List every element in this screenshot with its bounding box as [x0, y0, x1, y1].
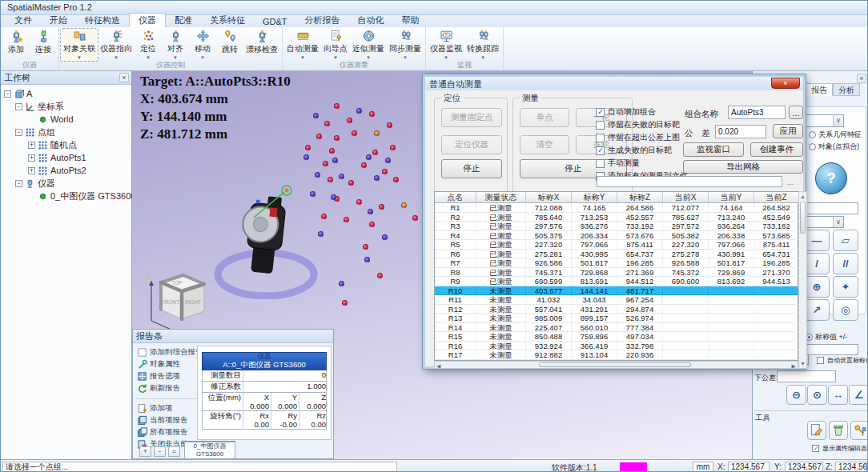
menu-tab[interactable]: 配准: [166, 14, 201, 27]
panel-tab[interactable]: 分析: [833, 83, 860, 96]
geometry-button[interactable]: //: [833, 253, 858, 274]
ribbon-button[interactable]: 对象关联▾: [61, 29, 98, 61]
geometry-button[interactable]: ▱: [833, 230, 858, 251]
ribbon-button[interactable]: 转换跟踪▾: [464, 29, 501, 61]
table-row[interactable]: R5已测量227.320797.066875.411227.320797.066…: [435, 240, 798, 250]
table-row[interactable]: R11未测量41.03234.043967.254: [435, 295, 798, 305]
dialog-checkbox[interactable]: 停留在超出公差上图: [596, 131, 688, 144]
cube-face-front[interactable]: FRONT: [162, 299, 179, 305]
report-tool-item[interactable]: 添加项: [135, 398, 196, 414]
report-mini-button[interactable]: -: [154, 446, 166, 457]
nominal-value-input[interactable]: [804, 344, 858, 355]
menu-tab[interactable]: 帮助: [393, 14, 428, 27]
radio-object-fit[interactable]: 对象(点拟合): [809, 142, 859, 152]
tool-button[interactable]: [807, 421, 826, 440]
table-row[interactable]: R9已测量690.599813.691944.512690.600813.692…: [435, 277, 798, 286]
browse-button[interactable]: ...: [789, 106, 803, 119]
cube-face-top[interactable]: TOP: [171, 280, 182, 286]
table-row[interactable]: R14未测量225.407560.010777.384: [435, 323, 798, 333]
close-icon[interactable]: ×: [119, 73, 129, 82]
tree-expander[interactable]: -: [15, 129, 22, 136]
export-grid-button[interactable]: 导出网格: [683, 160, 803, 174]
column-header[interactable]: 标称X: [526, 192, 572, 203]
table-row[interactable]: R12未测量557.041431.291294.874: [435, 305, 798, 314]
table-row[interactable]: R4已测量505.375206.334573.676505.382206.338…: [435, 231, 798, 241]
tree-item[interactable]: 0_中图仪器 GTS3600: [1, 190, 131, 202]
tolerance-input[interactable]: [715, 125, 766, 138]
tree-item[interactable]: +随机点: [1, 138, 131, 151]
geometry-button[interactable]: ✦: [833, 276, 858, 298]
report-tool-item[interactable]: 当前项报告: [135, 414, 196, 426]
column-header[interactable]: 标称Y: [572, 192, 617, 203]
tree-expander[interactable]: +: [28, 167, 35, 174]
table-row[interactable]: R8已测量745.371729.868271.369745.372729.869…: [435, 268, 798, 278]
panel-tab[interactable]: 报告: [806, 83, 833, 96]
horizontal-scrollbar[interactable]: ◀ ▶: [434, 361, 798, 369]
table-row[interactable]: R7已测量926.586501.817196.285926.588501.817…: [435, 258, 798, 268]
geometry-button[interactable]: —: [804, 230, 830, 251]
ribbon-button[interactable]: 同步测量▾: [387, 29, 424, 61]
report-tool-item[interactable]: 刷新报告: [135, 382, 196, 394]
measuring-button[interactable]: 清空: [520, 135, 569, 154]
report-tool-item[interactable]: 添加到综合报告: [135, 346, 196, 358]
column-header[interactable]: 当前Y: [709, 192, 754, 203]
ribbon-button[interactable]: 移动▾: [189, 29, 216, 61]
dialog-checkbox[interactable]: 自动增加组合: [596, 106, 688, 118]
table-row[interactable]: R16未测量932.924366.419332.798: [435, 342, 798, 351]
cube-face-right[interactable]: RIGHT: [185, 299, 201, 305]
report-instrument-tab[interactable]: 0_中图仪器GTS3600: [184, 441, 235, 459]
ribbon-button[interactable]: 自动测量▾: [284, 29, 321, 61]
dialog-checkbox[interactable]: 手动测量: [596, 157, 688, 170]
vertical-scrollbar[interactable]: ▲ ▼: [798, 191, 807, 369]
measure-type-button[interactable]: ↔: [828, 385, 848, 405]
dialog-close-button[interactable]: ×: [771, 78, 800, 89]
tree-expander[interactable]: +: [28, 154, 35, 162]
dialog-checkbox[interactable]: 生成失败的目标靶: [596, 144, 688, 157]
tree-item[interactable]: -坐标系: [1, 100, 131, 113]
menu-tab[interactable]: 仪器: [129, 13, 166, 27]
report-mini-button[interactable]: =: [168, 446, 180, 457]
menu-tab[interactable]: 开始: [41, 14, 76, 27]
file-path-input[interactable]: [597, 176, 782, 187]
column-header[interactable]: 标称Z: [617, 192, 663, 203]
column-header[interactable]: 测量状态: [476, 192, 526, 203]
monitor-window-button[interactable]: 监视窗口: [683, 142, 744, 157]
apply-button[interactable]: 应用: [773, 124, 803, 138]
ribbon-button[interactable]: 连接: [30, 29, 57, 61]
unit-cell[interactable]: mm: [693, 462, 713, 472]
menu-tab[interactable]: GD&T: [254, 16, 296, 27]
radio-relation-feature[interactable]: 关系几何特征: [809, 130, 862, 140]
file-browse-dots[interactable]: ...: [787, 177, 794, 186]
geometry-button[interactable]: ⊕: [804, 276, 830, 298]
tree-expander[interactable]: -: [4, 90, 11, 98]
tree-item[interactable]: World: [1, 113, 131, 126]
menu-tab[interactable]: 自动化: [349, 14, 393, 27]
ribbon-button[interactable]: 漂移检查: [243, 29, 280, 61]
menu-tab[interactable]: 分析报告: [296, 14, 349, 27]
column-header[interactable]: 当前Z: [754, 192, 799, 203]
orientation-cube[interactable]: TOP FRONT RIGHT Z X: [143, 268, 211, 337]
ribbon-button[interactable]: 定位▾: [135, 29, 162, 61]
tree-expander[interactable]: -: [15, 180, 22, 187]
ribbon-button[interactable]: 仪器指向▾: [98, 29, 135, 61]
menu-tab[interactable]: 关系特征: [201, 14, 254, 27]
ribbon-button[interactable]: 向导点▾: [321, 29, 350, 61]
auto-nominal-checkbox[interactable]: 自动设置标称值: [817, 356, 868, 365]
dialog-titlebar[interactable]: 普通自动测量: [425, 77, 803, 90]
tool-button[interactable]: [829, 421, 848, 440]
tree-item[interactable]: +AutoPts2: [1, 164, 131, 177]
table-row[interactable]: R17未测量912.882913.104220.936: [435, 350, 798, 360]
table-row[interactable]: R13未测量985.009899.157526.974: [435, 314, 798, 323]
measure-type-button[interactable]: ⊙: [807, 385, 827, 405]
report-tool-item[interactable]: 对象属性: [135, 358, 196, 370]
create-event-button[interactable]: 创建事件: [750, 142, 803, 157]
positioning-button[interactable]: 测量固定点: [441, 108, 502, 127]
ribbon-button[interactable]: 对齐▾: [162, 29, 189, 61]
tool-button[interactable]: [850, 421, 868, 440]
table-row[interactable]: R10未测量403.677144.141481.717: [435, 286, 798, 296]
table-row[interactable]: R2已测量785.640713.253452.557785.627713.240…: [435, 213, 798, 222]
tree-item[interactable]: -点组: [1, 126, 131, 138]
table-row[interactable]: R15未测量850.488759.896497.034: [435, 332, 798, 342]
measuring-button[interactable]: 单点: [520, 108, 569, 127]
geometry-button[interactable]: ↗: [804, 299, 830, 321]
